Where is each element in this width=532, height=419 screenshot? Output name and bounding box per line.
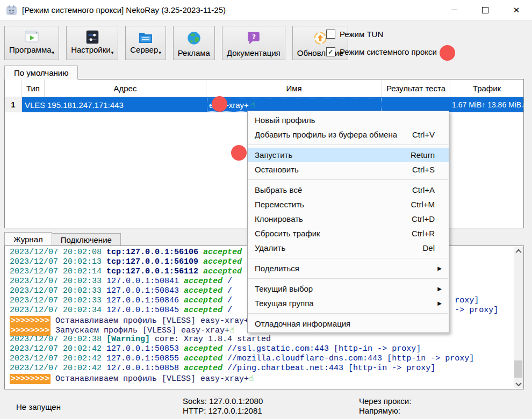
settings-button[interactable]: Настройки▾ <box>66 26 118 60</box>
menu-shortcut: Ctrl+R <box>412 229 435 238</box>
menu-item-move[interactable]: ПереместитьCtrl+M <box>248 197 449 212</box>
tun-mode-checkbox[interactable]: Режим TUN <box>326 30 437 39</box>
menu-shortcut: Ctrl+D <box>412 214 435 223</box>
status-direct: Напрямую: <box>359 406 411 416</box>
menu-item-label: Остановить <box>255 165 299 174</box>
menu-item-label: Поделиться <box>255 264 299 273</box>
program-button-label: Программа▾ <box>9 45 54 57</box>
menu-item-select-all[interactable]: Выбрать всёCtrl+A <box>248 183 449 197</box>
menu-shortcut: Ctrl+V <box>412 130 435 139</box>
menu-item-stop[interactable]: ОстановитьCtrl+S <box>248 162 449 177</box>
tab-log[interactable]: Журнал <box>4 232 52 245</box>
column-header-traffic[interactable]: Трафик <box>450 80 523 97</box>
row-number: 1 <box>5 97 22 112</box>
tab-default-group-label: По умолчанию <box>14 68 68 77</box>
dropdown-caret-icon: ▾ <box>52 48 55 57</box>
cell-address: 195.181.247.171:443 <box>45 97 206 112</box>
svg-text:?: ? <box>252 33 256 40</box>
menu-separator <box>248 313 448 314</box>
status-state: Не запущен <box>16 402 61 411</box>
menu-item-delete[interactable]: УдалитьDel <box>248 241 449 255</box>
menu-item-label: Новый профиль <box>255 115 315 125</box>
menu-item-label: Клонировать <box>255 214 303 223</box>
checkbox-box <box>326 30 335 39</box>
click-annotation-dot <box>440 45 455 61</box>
chevron-down-icon <box>515 380 521 386</box>
menu-shortcut: Ctrl+S <box>412 165 435 174</box>
dropdown-caret-icon: ▾ <box>159 48 161 57</box>
maximize-button[interactable] <box>470 0 501 20</box>
cell-test-result <box>382 97 450 112</box>
server-button-label: Сервер▾ <box>130 45 161 57</box>
docs-button[interactable]: ? Документация <box>222 26 285 60</box>
menu-item-add-from-clipboard[interactable]: Добавить профиль из буфера обменаCtrl+V <box>248 127 449 142</box>
menu-separator <box>248 179 448 180</box>
settings-sliders-icon <box>84 29 101 45</box>
title-bar: [Режим системного прокси] NekoRay (3.25-… <box>0 0 532 20</box>
column-header-test-result[interactable]: Результат теста <box>382 80 450 97</box>
menu-item-label: Отладочная информация <box>255 319 350 328</box>
status-http: HTTP: 127.0.0.1:2081 <box>183 406 263 416</box>
menu-item-current-group[interactable]: Текущая группа▶ <box>248 296 449 310</box>
close-icon: ✕ <box>513 5 520 15</box>
tab-connections-label: Подключение <box>61 235 112 244</box>
click-annotation-dot <box>212 96 227 112</box>
scrollbar-thumb[interactable] <box>514 360 522 378</box>
column-header-gutter <box>5 80 22 97</box>
chevron-up-icon <box>515 249 521 255</box>
check-icon: ✓ <box>328 48 334 56</box>
pointing-hand-icon: ☝ <box>250 100 255 110</box>
column-header-address[interactable]: Адрес <box>45 80 206 97</box>
menu-item-share[interactable]: Поделиться▶ <box>248 261 449 276</box>
table-row[interactable]: 1 VLESS 195.181.247.171:443 easy-xray+☝ … <box>5 97 523 112</box>
menu-shortcut: Ctrl+M <box>411 200 435 209</box>
log-scrollbar[interactable] <box>514 247 523 388</box>
menu-item-start[interactable]: ЗапуститьReturn <box>248 148 449 162</box>
system-proxy-label: Режим системного прокси <box>340 47 437 56</box>
server-button[interactable]: Сервер▾ <box>125 26 166 60</box>
minimize-button[interactable] <box>438 0 470 20</box>
close-button[interactable]: ✕ <box>501 0 532 20</box>
mode-checkboxes: Режим TUN ✓ Режим системного прокси <box>326 30 437 56</box>
log-line: >>>>>>>> Останавливаем профиль [VLESS] e… <box>10 373 514 383</box>
status-listen-addresses: Socks: 127.0.0.1:2080 HTTP: 127.0.0.1:20… <box>183 396 263 416</box>
tab-log-label: Журнал <box>13 235 43 244</box>
bottom-tabs: Журнал Подключение <box>4 232 121 245</box>
menu-item-new-profile[interactable]: Новый профиль <box>248 113 449 127</box>
column-header-name[interactable]: Имя <box>206 80 382 97</box>
toolbar: Программа▾ Настройки▾ <box>4 26 348 60</box>
system-proxy-checkbox[interactable]: ✓ Режим системного прокси <box>326 47 437 56</box>
settings-button-label: Настройки▾ <box>71 45 113 57</box>
tab-default-group[interactable]: По умолчанию <box>4 66 78 80</box>
context-menu: Новый профильДобавить профиль из буфера … <box>247 111 449 333</box>
menu-item-label: Текущий выбор <box>255 284 313 293</box>
ads-button-label: Реклама <box>178 48 210 57</box>
ads-button[interactable]: Реклама <box>173 26 215 60</box>
column-header-type[interactable]: Тип <box>22 80 45 97</box>
menu-shortcut: Del <box>422 243 435 252</box>
app-icon <box>5 4 18 16</box>
menu-shortcut: Return <box>411 150 435 160</box>
menu-item-label: Сбросить трафик <box>255 229 320 238</box>
menu-separator <box>248 145 448 145</box>
log-line: 2023/12/07 20:02:38 [Warning] core: Xray… <box>10 335 514 344</box>
submenu-arrow-icon: ▶ <box>437 286 442 292</box>
scroll-down-button[interactable] <box>514 379 523 388</box>
scroll-up-button[interactable] <box>514 247 523 256</box>
question-bubble-icon: ? <box>245 29 262 47</box>
menu-item-label: Добавить профиль из буфера обмена <box>255 130 397 139</box>
window-controls: ✕ <box>438 0 532 20</box>
dropdown-caret-icon: ▾ <box>111 48 114 57</box>
server-folder-icon <box>137 29 154 45</box>
menu-item-label: Удалить <box>255 243 285 252</box>
status-traffic-labels: Через прокси: Напрямую: <box>359 396 411 416</box>
tab-connections[interactable]: Подключение <box>52 233 121 245</box>
menu-item-label: Запустить <box>255 150 292 160</box>
menu-item-current-select[interactable]: Текущий выбор▶ <box>248 281 449 296</box>
app-window: [Режим системного прокси] NekoRay (3.25-… <box>0 0 532 419</box>
menu-item-reset-traffic[interactable]: Сбросить трафикCtrl+R <box>248 226 449 241</box>
menu-item-clone[interactable]: КлонироватьCtrl+D <box>248 212 449 226</box>
program-window-icon <box>23 29 40 45</box>
menu-item-debug-info[interactable]: Отладочная информация <box>248 316 449 331</box>
program-button[interactable]: Программа▾ <box>4 26 59 60</box>
